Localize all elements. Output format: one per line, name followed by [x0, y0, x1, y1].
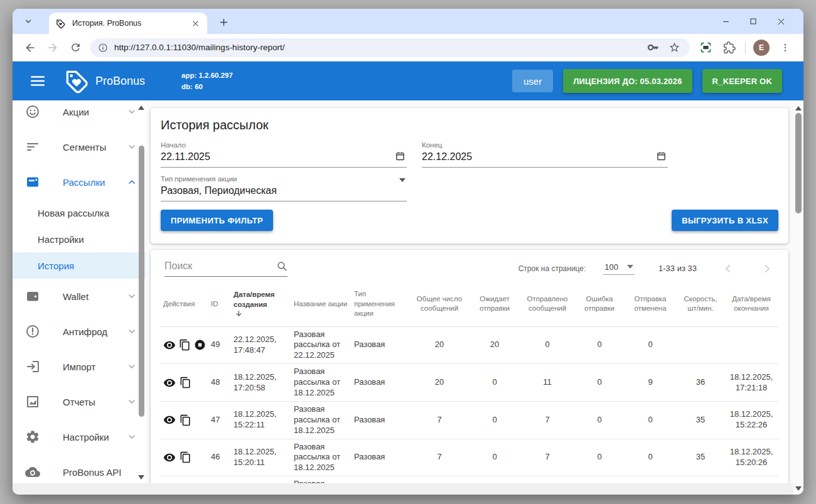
- rows-per-page-select[interactable]: 100: [603, 262, 635, 275]
- col-id[interactable]: ID: [208, 284, 231, 326]
- browser-tab[interactable]: История. ProBonus: [49, 13, 207, 34]
- view-icon[interactable]: [163, 339, 176, 351]
- tab-title: История. ProBonus: [72, 19, 190, 28]
- end-date-input[interactable]: [422, 151, 652, 163]
- sidebar-item-settings[interactable]: Настройки: [13, 419, 146, 454]
- col-awaiting[interactable]: Ожидает отправки: [470, 284, 520, 326]
- copy-icon[interactable]: [179, 414, 191, 426]
- toolbar-separator: [745, 41, 746, 54]
- col-cancelled[interactable]: Отправка отменена: [624, 284, 677, 326]
- browser-menu-icon[interactable]: [776, 38, 795, 57]
- scroll-down-arrow-icon[interactable]: [138, 475, 144, 480]
- sidebar-subitem-new-mailing[interactable]: Новая рассылка: [13, 200, 146, 226]
- promo-type-select[interactable]: Тип применения акции Разовая, Периодичес…: [161, 174, 407, 201]
- export-xlsx-button[interactable]: ВЫГРУЗИТЬ В XLSX: [672, 210, 778, 231]
- sidebar-scrollbar-thumb[interactable]: [139, 146, 144, 417]
- wallet-icon: [25, 289, 40, 304]
- copy-icon[interactable]: [179, 377, 191, 389]
- calendar-icon[interactable]: [395, 151, 405, 161]
- maximize-button[interactable]: [739, 9, 767, 34]
- sidebar-subitem-settings[interactable]: Настройки: [13, 226, 146, 252]
- col-promo-type[interactable]: Тип применения акции: [352, 284, 409, 326]
- previous-page-button[interactable]: [721, 261, 736, 276]
- import-icon: [25, 359, 40, 374]
- profile-avatar[interactable]: E: [753, 40, 770, 56]
- next-page-button[interactable]: [760, 261, 775, 276]
- browser-titlebar: История. ProBonus: [13, 9, 803, 34]
- view-icon[interactable]: [163, 451, 176, 464]
- url-text: http://127.0.0.1:11030/mailings-history-…: [114, 43, 640, 52]
- apply-filter-button[interactable]: ПРИМЕНИТЬ ФИЛЬТР: [161, 210, 273, 231]
- header-right: user ЛИЦЕНЗИЯ ДО: 05.03.2026 R_KEEPER OK: [512, 69, 782, 93]
- calendar-icon[interactable]: [656, 151, 667, 161]
- new-tab-button[interactable]: [216, 14, 231, 29]
- close-window-button[interactable]: [767, 9, 795, 34]
- promo-type-value: Разовая, Периодическая: [161, 185, 390, 196]
- horizontal-scrollbar-track[interactable]: [13, 483, 793, 495]
- page-title: История рассылок: [161, 118, 778, 132]
- col-sent[interactable]: Отправлено сообщений: [520, 284, 575, 326]
- table-toolbar: Строк на странице: 100 1-33 из 33: [151, 250, 788, 279]
- rkeeper-status-button[interactable]: R_KEEPER OK: [702, 69, 782, 93]
- start-date-input[interactable]: [161, 151, 390, 163]
- view-icon[interactable]: [163, 377, 176, 389]
- tab-search-button[interactable]: [20, 13, 36, 29]
- sidebar-item-promotions[interactable]: Акции: [13, 100, 146, 129]
- address-bar[interactable]: http://127.0.0.1:11030/mailings-history-…: [90, 38, 690, 57]
- col-speed[interactable]: Скорость, шт/мин.: [677, 284, 724, 326]
- site-info-icon[interactable]: [98, 43, 108, 53]
- chevron-down-icon: [127, 142, 137, 152]
- screenshot-extension-icon[interactable]: [696, 38, 715, 57]
- reload-icon: [70, 41, 82, 53]
- search-field[interactable]: [164, 260, 287, 277]
- col-total[interactable]: Общее число сообщений: [409, 284, 470, 326]
- tab-close-icon[interactable]: [190, 18, 201, 29]
- copy-icon[interactable]: [179, 451, 191, 464]
- smiley-icon: [25, 104, 40, 119]
- extensions-puzzle-icon[interactable]: [720, 38, 739, 57]
- db-version: db: 60: [181, 81, 233, 92]
- scroll-up-arrow-icon[interactable]: [795, 106, 802, 110]
- sidebar-item-segments[interactable]: Сегменты: [13, 129, 146, 164]
- sidebar-item-antifraud[interactable]: Антифрод: [13, 314, 146, 349]
- sidebar-item-label: Импорт: [63, 362, 127, 372]
- start-date-label: Начало: [161, 141, 407, 149]
- pagination: Строк на странице: 100 1-33 из 33: [518, 261, 775, 276]
- search-input[interactable]: [164, 260, 276, 272]
- scroll-up-arrow-icon[interactable]: [138, 105, 144, 110]
- reload-button[interactable]: [65, 38, 85, 58]
- copy-icon[interactable]: [179, 339, 191, 351]
- start-date-field[interactable]: Начало: [161, 140, 407, 168]
- user-button[interactable]: user: [512, 70, 553, 92]
- back-button[interactable]: [20, 38, 40, 58]
- chart-icon: [25, 394, 40, 409]
- minimize-button[interactable]: [712, 9, 739, 34]
- col-created-sorted[interactable]: Дата/время создания: [231, 284, 291, 326]
- chevron-down-icon: [127, 362, 137, 372]
- col-errors[interactable]: Ошибка отправки: [575, 284, 624, 326]
- table-row: 45 18.12.2025, 11:45:29 Разовая рассылка…: [161, 476, 778, 483]
- view-icon[interactable]: [163, 414, 176, 426]
- page-scrollbar-thumb[interactable]: [795, 113, 802, 213]
- col-promo-name[interactable]: Название акции: [291, 284, 352, 326]
- sidebar-item-import[interactable]: Импорт: [13, 349, 146, 384]
- table-header-row: Действия ID Дата/время создания Название…: [161, 284, 778, 326]
- sidebar-subitem-history[interactable]: История: [13, 252, 146, 279]
- forward-button[interactable]: [43, 38, 63, 58]
- sidebar-item-mailings[interactable]: Рассылки: [13, 164, 146, 200]
- sidebar-scrollbar[interactable]: [137, 100, 146, 483]
- bookmark-star-icon[interactable]: [666, 40, 682, 56]
- sidebar-item-reports[interactable]: Отчеты: [13, 384, 146, 419]
- hamburger-menu-icon[interactable]: [29, 72, 46, 90]
- password-key-icon[interactable]: [645, 40, 661, 56]
- scroll-down-arrow-icon[interactable]: [795, 486, 802, 491]
- license-button[interactable]: ЛИЦЕНЗИЯ ДО: 05.03.2026: [563, 69, 692, 93]
- chevron-down-icon: [127, 326, 137, 336]
- back-icon: [24, 41, 36, 54]
- sidebar-item-wallet[interactable]: Wallet: [13, 279, 146, 314]
- col-finished[interactable]: Дата/время окончания: [724, 284, 778, 326]
- end-date-field[interactable]: Конец: [422, 140, 668, 168]
- sidebar-item-api[interactable]: ProBonus API: [13, 454, 146, 483]
- stop-icon[interactable]: [194, 339, 206, 351]
- page-scrollbar[interactable]: [793, 100, 803, 495]
